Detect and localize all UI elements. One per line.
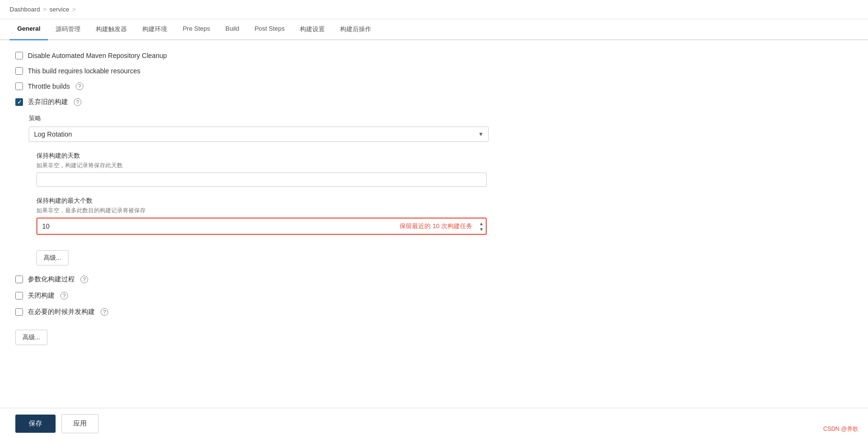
tab-pre-steps[interactable]: Pre Steps — [175, 19, 217, 40]
discard-old-builds-label[interactable]: 丢弃旧的构建 — [28, 98, 68, 106]
checkbox-row-2: This build requires lockable resources — [15, 67, 512, 75]
max-field-desc: 如果非空，最多此数目的构建记录将被保存 — [36, 207, 512, 215]
tab-settings[interactable]: 构建设置 — [292, 19, 332, 40]
strategy-field-group: 策略 Log Rotation ▼ — [29, 114, 512, 142]
disable-maven-checkbox[interactable] — [15, 52, 23, 59]
concurrent-build-label[interactable]: 在必要的时候并发构建 — [28, 308, 95, 316]
concurrent-build-checkbox[interactable] — [15, 308, 23, 316]
days-field-title: 保持构建的天数 — [36, 151, 512, 160]
parameterize-label[interactable]: 参数化构建过程 — [28, 275, 75, 284]
lockable-resources-label[interactable]: This build requires lockable resources — [28, 67, 140, 75]
tab-env[interactable]: 构建环境 — [135, 19, 175, 40]
checkbox-row-1: Disable Automated Maven Repository Clean… — [15, 52, 512, 59]
discard-old-builds-checkbox[interactable] — [15, 98, 23, 106]
throttle-builds-label[interactable]: Throttle builds — [28, 82, 70, 90]
lockable-resources-checkbox[interactable] — [15, 67, 23, 75]
max-field-group: 保持构建的最大个数 如果非空，最多此数目的构建记录将被保存 保留最近的 10 次… — [36, 196, 512, 235]
max-field-title: 保持构建的最大个数 — [36, 196, 512, 205]
tab-triggers[interactable]: 构建触发器 — [88, 19, 135, 40]
tab-post-steps[interactable]: Post Steps — [247, 19, 292, 40]
checkbox-row-3: Throttle builds ? — [15, 82, 512, 90]
throttle-builds-checkbox[interactable] — [15, 82, 23, 90]
advanced-button-2[interactable]: 高级... — [15, 330, 47, 345]
max-input-wrapper: 保留最近的 10 次构建任务 ▲ ▼ — [36, 218, 487, 235]
checkbox-row-4: 丢弃旧的构建 ? — [15, 98, 512, 106]
max-builds-input[interactable] — [36, 218, 487, 235]
disable-maven-label[interactable]: Disable Automated Maven Repository Clean… — [28, 52, 167, 59]
parameterize-help-icon[interactable]: ? — [80, 276, 88, 283]
disable-build-checkbox[interactable] — [15, 292, 23, 300]
tab-bar: General 源码管理 构建触发器 构建环境 Pre Steps Build … — [0, 19, 868, 40]
watermark: CSDN @养歌 — [823, 425, 858, 433]
tab-source[interactable]: 源码管理 — [48, 19, 88, 40]
checkbox-row-5: 参数化构建过程 ? — [15, 275, 512, 284]
checkbox-row-6: 关闭构建 ? — [15, 291, 512, 300]
days-field-group: 保持构建的天数 如果非空，构建记录将保存此天数 — [36, 151, 512, 187]
breadcrumb: Dashboard > service > — [0, 0, 868, 19]
days-field-desc: 如果非空，构建记录将保存此天数 — [36, 162, 512, 170]
tab-build[interactable]: Build — [218, 19, 247, 40]
bottom-options: 参数化构建过程 ? 关闭构建 ? 在必要的时候并发构建 ? 高级.. — [15, 275, 512, 345]
apply-button[interactable]: 应用 — [61, 414, 99, 433]
breadcrumb-sep2: > — [72, 6, 76, 13]
breadcrumb-service[interactable]: service — [49, 6, 69, 13]
watermark-text: CSDN @养歌 — [823, 426, 858, 432]
checkbox-row-7: 在必要的时候并发构建 ? — [15, 308, 512, 316]
strategy-label: 策略 — [29, 114, 512, 123]
disable-build-label[interactable]: 关闭构建 — [28, 291, 55, 300]
footer-bar: 保存 应用 — [0, 408, 868, 437]
breadcrumb-sep1: > — [43, 6, 47, 13]
parameterize-checkbox[interactable] — [15, 276, 23, 283]
discard-old-builds-help-icon[interactable]: ? — [74, 98, 81, 106]
discard-builds-section: 策略 Log Rotation ▼ 保持构建的天数 如果非空，构建记录将保存此天… — [29, 114, 512, 266]
disable-build-help-icon[interactable]: ? — [60, 292, 68, 300]
concurrent-build-help-icon[interactable]: ? — [101, 308, 108, 316]
days-input[interactable] — [36, 173, 487, 187]
tab-post-ops[interactable]: 构建后操作 — [332, 19, 379, 40]
log-rotation-fields: 保持构建的天数 如果非空，构建记录将保存此天数 保持构建的最大个数 如果非空，最… — [36, 151, 512, 266]
tab-general[interactable]: General — [10, 19, 48, 40]
strategy-select[interactable]: Log Rotation — [29, 127, 489, 142]
strategy-select-wrapper: Log Rotation ▼ — [29, 127, 489, 142]
throttle-builds-help-icon[interactable]: ? — [76, 82, 83, 90]
advanced-button-1[interactable]: 高级... — [36, 250, 69, 266]
form-area: Disable Automated Maven Repository Clean… — [0, 40, 527, 357]
breadcrumb-dashboard[interactable]: Dashboard — [10, 6, 40, 13]
save-button[interactable]: 保存 — [15, 415, 56, 433]
